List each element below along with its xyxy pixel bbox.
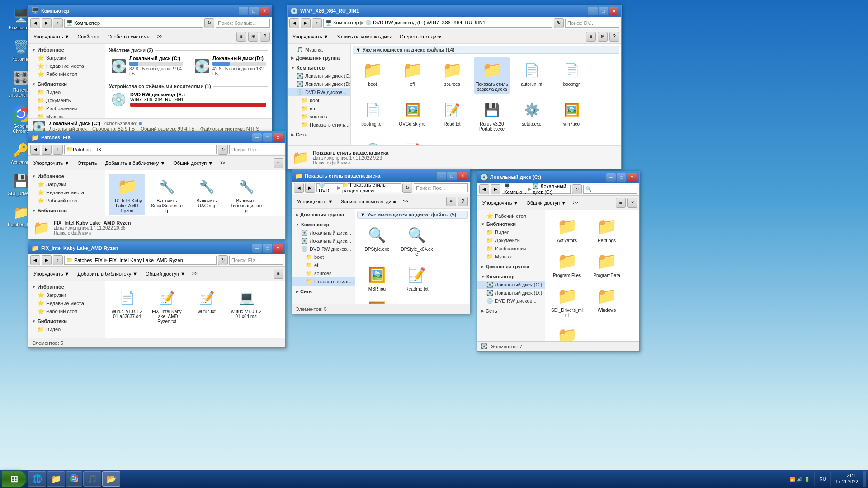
patches-sub-file-x86-msi[interactable]: 💻 wufuc_v1.0.1.201-x86.msi [109, 329, 145, 338]
patches-file-smartscreen[interactable]: 🔧 Включить SmartScreen.reg [149, 174, 185, 215]
dvd-file-win7ico[interactable]: 🖼️ win7.ico [553, 97, 590, 133]
patches-sub-view-button[interactable]: ≡ [274, 269, 283, 279]
taskbar-btn-media[interactable]: 🎵 [83, 471, 101, 487]
patches-sidebar-recent[interactable]: ⭐Недавние места [28, 188, 105, 197]
computer-forward-button[interactable]: ▶ [42, 18, 52, 28]
sidebar-item-downloads[interactable]: ⭐Загрузки [28, 54, 105, 62]
local-c-share-button[interactable]: Общий доступ ▼ [523, 197, 569, 209]
system-clock[interactable]: 21:11 17.11.2022 [832, 473, 862, 485]
local-c-file-programdata[interactable]: 📁 ProgramData [589, 249, 625, 280]
dvd-sidebar-boot[interactable]: 📁boot [288, 96, 350, 104]
dvd-style-network-header[interactable]: Сеть [292, 287, 355, 296]
computer-search-field[interactable]: Поиск: Компью... [216, 19, 270, 28]
local-c-file-perflogs[interactable]: 📁 PerfLogs [589, 214, 625, 245]
dvd-style-back-button[interactable]: ◀ [294, 183, 304, 193]
dvd-style-maximize-button[interactable]: □ [447, 172, 457, 180]
patches-minimize-button[interactable]: ─ [252, 133, 262, 142]
dvd-style-file-readme[interactable]: 📝 Readme.txt [399, 262, 435, 293]
sidebar-item-desktop[interactable]: ⭐Рабочий стол [28, 70, 105, 78]
patches-open-button[interactable]: Открыть [74, 157, 100, 169]
dvd-forward-button[interactable]: ▶ [301, 18, 311, 28]
dvd-style-sidebar-local-c[interactable]: 💽Локальный диск... [292, 229, 355, 237]
local-c-libraries-header[interactable]: Библиотеки [477, 220, 545, 228]
patches-sub-file-txt[interactable]: 📝 FIX_Intel Kaby Lake_AMD Ryzen.txt [149, 285, 185, 326]
sidebar-item-recent[interactable]: ⭐Недавние места [28, 62, 105, 70]
dvd-minimize-button[interactable]: ─ [588, 7, 598, 15]
dvd-file-usb-tool[interactable]: 💿 Windows7-USB-DVD-tool.exe [354, 137, 391, 145]
dvd-file-setup[interactable]: ⚙️ setup.exe [514, 97, 550, 133]
computer-refresh-button[interactable]: ↻ [204, 18, 214, 28]
patches-sub-file-wufuc-txt[interactable]: 📝 wufuc.txt [189, 285, 225, 326]
dvd-sidebar-local-c[interactable]: 💽Локальный диск (C:) [288, 72, 350, 80]
local-c-refresh-button[interactable]: ↻ [572, 184, 582, 194]
local-c-back-button[interactable]: ◀ [479, 184, 489, 194]
patches-sub-titlebar[interactable]: 📁 FIX_Intel Kaby Lake_AMD Ryzen ─ □ ✕ [28, 242, 285, 254]
patches-file-uac[interactable]: 🔧 Включить UAC.reg [189, 174, 225, 215]
dvd-style-view-button[interactable]: ≡ [446, 197, 456, 206]
dvd-style-close-button[interactable]: ✕ [458, 172, 467, 180]
dvd-file-rufus[interactable]: 💾 Rufus v3.20 Portable.exe [474, 97, 510, 133]
dvd-homegroup-header[interactable]: Домашняя группа [288, 54, 350, 62]
local-c-titlebar[interactable]: 💽 Локальный диск (C:) ─ □ ✕ [477, 171, 639, 183]
sidebar-item-music[interactable]: 📁Музыка [28, 113, 105, 118]
dvd-up-button[interactable]: ↑ [312, 18, 322, 28]
patches-sub-file-d4[interactable]: 📄 wufuc_v1.0.1.201-a52637.d4 [109, 285, 145, 326]
patches-sub-up-button[interactable]: ↑ [53, 255, 63, 265]
dvd-file-ovgorskiy[interactable]: 🖼️ OVGorskiy.ru [394, 97, 430, 133]
dvd-sidebar-efi[interactable]: 📁efi [288, 104, 350, 113]
dvd-style-sidebar-boot[interactable]: 📁boot [292, 253, 355, 261]
dvd-computer-header[interactable]: Компьютер [288, 64, 350, 72]
local-c-file-sdi[interactable]: 📁 SDI_Drivers_mini [549, 283, 585, 319]
dvd-erase-button[interactable]: Стереть этот диск [396, 31, 444, 42]
computer-up-button[interactable]: ↑ [53, 18, 63, 28]
computer-back-button[interactable]: ◀ [30, 18, 40, 28]
local-c-search-field[interactable]: 🔍 [583, 185, 637, 194]
dvd-sidebar-music[interactable]: 🎵Музыка [288, 46, 350, 54]
patches-sidebar-downloads[interactable]: ⭐Загрузки [28, 180, 105, 188]
dvd-style-toolbar-more[interactable]: >> [401, 198, 410, 205]
dvd-file-about[interactable]: 📝 О Windows 7 9in1.txt [394, 137, 430, 145]
patches-sub-sidebar-video[interactable]: 📁Видео [28, 325, 105, 333]
patches-sub-maximize-button[interactable]: □ [263, 244, 272, 253]
disk-c-item[interactable]: 💽 Локальный диск (C:) 82,8 ГБ свободно и… [107, 54, 187, 78]
dvd-search-field[interactable]: Поиск: DV... [565, 19, 619, 28]
dvd-help-button[interactable]: ? [609, 32, 619, 42]
dvd-view2-button[interactable]: ⊞ [598, 32, 608, 42]
patches-favorites-header[interactable]: Избранное [28, 172, 105, 180]
disk-d-item[interactable]: 💽 Локальный диск (D:) 42,6 ГБ свободно и… [190, 54, 270, 78]
dvd-file-sources[interactable]: 📁 sources [434, 57, 470, 94]
dvd-style-sidebar-style[interactable]: 📁Показать стиль... [292, 277, 355, 286]
computer-properties-button[interactable]: Свойства [74, 31, 102, 42]
patches-sub-sidebar-downloads[interactable]: ⭐Загрузки [28, 291, 105, 299]
patches-sub-refresh-button[interactable]: ↻ [218, 255, 228, 265]
local-c-homegroup-header[interactable]: Домашняя группа [477, 263, 545, 271]
local-c-forward-button[interactable]: ▶ [491, 184, 500, 194]
local-c-file-programfiles[interactable]: 📁 Program Files [549, 249, 585, 280]
patches-up-button[interactable]: ↑ [53, 145, 63, 155]
local-c-file-windows[interactable]: 📁 Windows [589, 283, 625, 319]
local-c-sidebar-local-c[interactable]: 💽Локальный диск (C:) [477, 281, 545, 289]
local-c-sidebar-music[interactable]: 📁Музыка [477, 253, 545, 261]
dvd-view-button[interactable]: ≡ [586, 32, 596, 42]
patches-sub-organize-button[interactable]: Упорядочить ▼ [30, 268, 72, 280]
taskbar-btn-folder2[interactable]: 📂 [102, 471, 120, 487]
patches-file-hibernate[interactable]: 🔧 Включить Гибернацию.reg [228, 174, 264, 215]
sidebar-item-video[interactable]: 📁Видео [28, 88, 105, 96]
patches-sub-minimize-button[interactable]: ─ [252, 244, 262, 253]
dvd-style-sidebar-efi[interactable]: 📁efi [292, 261, 355, 269]
patches-titlebar[interactable]: 📁 Patches_FIX ─ □ ✕ [28, 131, 285, 143]
patches-file-fix[interactable]: 📁 FIX_Intel Kaby Lake_AMD Ryzen [109, 174, 145, 215]
computer-titlebar[interactable]: 🖥️ Компьютер ─ □ ✕ [28, 5, 272, 17]
dvd-titlebar[interactable]: 💿 WIN7_X86_X64_RU_9IN1 ─ □ ✕ [288, 5, 621, 17]
dvd-style-minimize-button[interactable]: ─ [437, 172, 446, 180]
patches-sub-back-button[interactable]: ◀ [30, 255, 40, 265]
dvd-style-file-dpstyle64[interactable]: 🔍 DPStyle_x64.exe [399, 222, 435, 258]
dvd-style-sidebar-local-d[interactable]: 💽Локальный диск... [292, 237, 355, 245]
dvd-close-button[interactable]: ✕ [609, 7, 618, 15]
dvd-file-bootmgr-efi[interactable]: 📄 bootmgr.efi [354, 97, 391, 133]
patches-toolbar-more[interactable]: >> [218, 160, 227, 166]
patches-close-button[interactable]: ✕ [273, 133, 283, 142]
dvd-sidebar-dvd[interactable]: 💿DVD RW дисков... [288, 88, 350, 96]
dvd-style-homegroup-header[interactable]: Домашняя группа [292, 211, 355, 219]
computer-address-field[interactable]: 🖥️ Компьютер [64, 19, 203, 28]
